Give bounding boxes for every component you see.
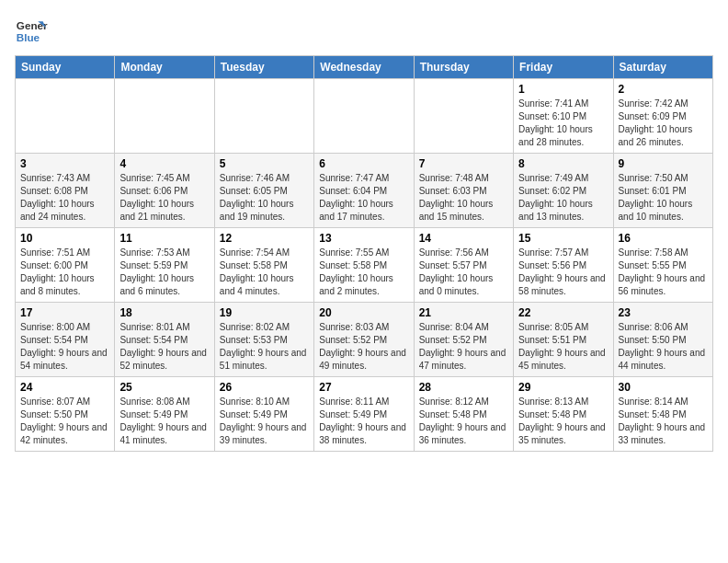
day-number: 4: [119, 157, 209, 170]
calendar-cell: 23Sunrise: 8:06 AM Sunset: 5:50 PM Dayli…: [613, 303, 712, 377]
calendar-week-row: 1Sunrise: 7:41 AM Sunset: 6:10 PM Daylig…: [16, 79, 713, 154]
calendar-cell: 2Sunrise: 7:42 AM Sunset: 6:09 PM Daylig…: [613, 79, 712, 154]
day-number: 12: [220, 232, 309, 245]
calendar-cell: 15Sunrise: 7:57 AM Sunset: 5:56 PM Dayli…: [514, 228, 613, 303]
day-number: 30: [619, 381, 708, 394]
calendar-table: SundayMondayTuesdayWednesdayThursdayFrid…: [15, 55, 713, 452]
day-number: 9: [619, 157, 708, 170]
day-number: 22: [518, 306, 608, 319]
calendar-cell: 8Sunrise: 7:49 AM Sunset: 6:02 PM Daylig…: [514, 154, 613, 228]
calendar-header-tuesday: Tuesday: [214, 56, 313, 79]
day-number: 24: [20, 381, 109, 394]
calendar-cell: 10Sunrise: 7:51 AM Sunset: 6:00 PM Dayli…: [16, 228, 115, 303]
day-number: 13: [319, 232, 408, 245]
calendar-cell: [414, 79, 513, 154]
day-info: Sunrise: 7:48 AM Sunset: 6:03 PM Dayligh…: [419, 172, 508, 224]
day-number: 20: [319, 306, 408, 319]
day-number: 16: [619, 232, 708, 245]
calendar-cell: 25Sunrise: 8:08 AM Sunset: 5:49 PM Dayli…: [115, 377, 214, 452]
calendar-cell: 7Sunrise: 7:48 AM Sunset: 6:03 PM Daylig…: [414, 154, 513, 228]
day-info: Sunrise: 7:56 AM Sunset: 5:57 PM Dayligh…: [419, 247, 508, 298]
day-number: 2: [619, 83, 708, 96]
day-info: Sunrise: 8:13 AM Sunset: 5:48 PM Dayligh…: [518, 396, 608, 447]
logo: General Blue: [15, 15, 48, 48]
calendar-cell: 3Sunrise: 7:43 AM Sunset: 6:08 PM Daylig…: [16, 154, 115, 228]
calendar-week-row: 17Sunrise: 8:00 AM Sunset: 5:54 PM Dayli…: [16, 303, 713, 377]
calendar-cell: 18Sunrise: 8:01 AM Sunset: 5:54 PM Dayli…: [115, 303, 214, 377]
day-info: Sunrise: 7:42 AM Sunset: 6:09 PM Dayligh…: [619, 98, 708, 149]
calendar-cell: 29Sunrise: 8:13 AM Sunset: 5:48 PM Dayli…: [514, 377, 613, 452]
calendar-header-thursday: Thursday: [414, 56, 513, 79]
day-info: Sunrise: 7:55 AM Sunset: 5:58 PM Dayligh…: [319, 247, 408, 298]
day-info: Sunrise: 8:03 AM Sunset: 5:52 PM Dayligh…: [319, 321, 408, 373]
calendar-header-saturday: Saturday: [613, 56, 712, 79]
logo-icon: General Blue: [15, 15, 48, 48]
day-info: Sunrise: 8:05 AM Sunset: 5:51 PM Dayligh…: [518, 321, 608, 373]
calendar-cell: 30Sunrise: 8:14 AM Sunset: 5:48 PM Dayli…: [613, 377, 712, 452]
calendar-cell: 24Sunrise: 8:07 AM Sunset: 5:50 PM Dayli…: [16, 377, 115, 452]
calendar-header-monday: Monday: [115, 56, 214, 79]
day-number: 23: [619, 306, 708, 319]
day-info: Sunrise: 7:46 AM Sunset: 6:05 PM Dayligh…: [220, 172, 309, 224]
calendar-cell: 13Sunrise: 7:55 AM Sunset: 5:58 PM Dayli…: [314, 228, 414, 303]
calendar-cell: 5Sunrise: 7:46 AM Sunset: 6:05 PM Daylig…: [214, 154, 313, 228]
day-info: Sunrise: 8:00 AM Sunset: 5:54 PM Dayligh…: [20, 321, 109, 373]
calendar-cell: 6Sunrise: 7:47 AM Sunset: 6:04 PM Daylig…: [314, 154, 414, 228]
day-number: 7: [419, 157, 508, 170]
day-number: 1: [518, 83, 608, 96]
day-info: Sunrise: 8:01 AM Sunset: 5:54 PM Dayligh…: [119, 321, 209, 373]
calendar-cell: 1Sunrise: 7:41 AM Sunset: 6:10 PM Daylig…: [514, 79, 613, 154]
calendar-week-row: 10Sunrise: 7:51 AM Sunset: 6:00 PM Dayli…: [16, 228, 713, 303]
calendar-cell: 19Sunrise: 8:02 AM Sunset: 5:53 PM Dayli…: [214, 303, 313, 377]
calendar-cell: 28Sunrise: 8:12 AM Sunset: 5:48 PM Dayli…: [414, 377, 513, 452]
svg-text:Blue: Blue: [17, 31, 40, 43]
day-info: Sunrise: 8:04 AM Sunset: 5:52 PM Dayligh…: [419, 321, 508, 373]
day-info: Sunrise: 8:14 AM Sunset: 5:48 PM Dayligh…: [619, 396, 708, 447]
day-number: 17: [20, 306, 109, 319]
calendar-cell: [214, 79, 313, 154]
day-info: Sunrise: 7:41 AM Sunset: 6:10 PM Dayligh…: [518, 98, 608, 149]
calendar-week-row: 24Sunrise: 8:07 AM Sunset: 5:50 PM Dayli…: [16, 377, 713, 452]
calendar-cell: 27Sunrise: 8:11 AM Sunset: 5:49 PM Dayli…: [314, 377, 414, 452]
calendar-header-sunday: Sunday: [16, 56, 115, 79]
day-info: Sunrise: 8:06 AM Sunset: 5:50 PM Dayligh…: [619, 321, 708, 373]
calendar-cell: [314, 79, 414, 154]
day-number: 25: [119, 381, 209, 394]
day-number: 15: [518, 232, 608, 245]
calendar-cell: 17Sunrise: 8:00 AM Sunset: 5:54 PM Dayli…: [16, 303, 115, 377]
day-number: 6: [319, 157, 408, 170]
day-number: 27: [319, 381, 408, 394]
day-info: Sunrise: 7:58 AM Sunset: 5:55 PM Dayligh…: [619, 247, 708, 298]
day-number: 21: [419, 306, 508, 319]
day-number: 10: [20, 232, 109, 245]
day-info: Sunrise: 8:12 AM Sunset: 5:48 PM Dayligh…: [419, 396, 508, 447]
day-number: 29: [518, 381, 608, 394]
calendar-cell: 21Sunrise: 8:04 AM Sunset: 5:52 PM Dayli…: [414, 303, 513, 377]
header: General Blue: [15, 15, 713, 48]
calendar-cell: 4Sunrise: 7:45 AM Sunset: 6:06 PM Daylig…: [115, 154, 214, 228]
day-number: 28: [419, 381, 508, 394]
day-info: Sunrise: 7:43 AM Sunset: 6:08 PM Dayligh…: [20, 172, 109, 224]
day-number: 8: [518, 157, 608, 170]
calendar-cell: [16, 79, 115, 154]
day-info: Sunrise: 7:45 AM Sunset: 6:06 PM Dayligh…: [119, 172, 209, 224]
calendar-cell: 26Sunrise: 8:10 AM Sunset: 5:49 PM Dayli…: [214, 377, 313, 452]
calendar-cell: 12Sunrise: 7:54 AM Sunset: 5:58 PM Dayli…: [214, 228, 313, 303]
day-info: Sunrise: 7:47 AM Sunset: 6:04 PM Dayligh…: [319, 172, 408, 224]
calendar-header-friday: Friday: [514, 56, 613, 79]
calendar-cell: 20Sunrise: 8:03 AM Sunset: 5:52 PM Dayli…: [314, 303, 414, 377]
day-number: 14: [419, 232, 508, 245]
calendar-cell: 22Sunrise: 8:05 AM Sunset: 5:51 PM Dayli…: [514, 303, 613, 377]
day-number: 26: [220, 381, 309, 394]
calendar-cell: 14Sunrise: 7:56 AM Sunset: 5:57 PM Dayli…: [414, 228, 513, 303]
calendar-header-wednesday: Wednesday: [314, 56, 414, 79]
day-number: 18: [119, 306, 209, 319]
day-info: Sunrise: 8:02 AM Sunset: 5:53 PM Dayligh…: [220, 321, 309, 373]
day-number: 19: [220, 306, 309, 319]
day-number: 5: [220, 157, 309, 170]
day-info: Sunrise: 8:07 AM Sunset: 5:50 PM Dayligh…: [20, 396, 109, 447]
day-info: Sunrise: 7:49 AM Sunset: 6:02 PM Dayligh…: [518, 172, 608, 224]
calendar-cell: [115, 79, 214, 154]
calendar-cell: 9Sunrise: 7:50 AM Sunset: 6:01 PM Daylig…: [613, 154, 712, 228]
day-info: Sunrise: 7:50 AM Sunset: 6:01 PM Dayligh…: [619, 172, 708, 224]
